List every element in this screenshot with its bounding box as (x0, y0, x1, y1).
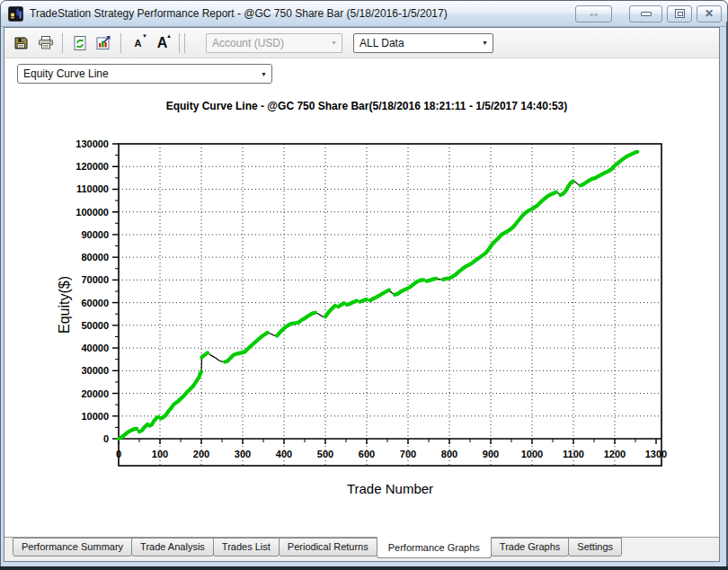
toolbar-separator (184, 33, 185, 53)
svg-text:500: 500 (317, 449, 333, 459)
svg-text:100: 100 (152, 449, 168, 459)
tab-settings[interactable]: Settings (568, 538, 622, 557)
tab-bar: Performance SummaryTrade AnalysisTrades … (4, 538, 719, 558)
data-range-selector-value: ALL Data (354, 37, 477, 49)
edit-report-settings-button[interactable] (92, 31, 116, 55)
triangle-up-icon: ▲ (166, 33, 172, 39)
restore-icon (675, 9, 685, 18)
svg-text:300: 300 (235, 449, 251, 459)
print-icon (38, 35, 54, 50)
x-axis-title: Trade Number (347, 481, 433, 496)
svg-text:30000: 30000 (81, 365, 109, 376)
account-selector[interactable]: Account (USD) ▼ (206, 33, 342, 53)
svg-text:0: 0 (116, 449, 121, 459)
svg-text:800: 800 (441, 449, 457, 459)
triangle-down-icon: ▼ (142, 33, 147, 39)
svg-text:120000: 120000 (75, 161, 109, 172)
svg-text:80000: 80000 (81, 252, 109, 263)
decrease-font-button[interactable]: A ▼ (126, 31, 150, 55)
report-content: Equity Curve Line ▼ 01002003004005006007… (4, 58, 719, 537)
svg-text:100000: 100000 (75, 207, 109, 218)
svg-text:50000: 50000 (81, 320, 109, 331)
increase-font-button[interactable]: A ▲ (150, 31, 174, 55)
graph-type-selector[interactable]: Equity Curve Line ▼ (17, 64, 272, 84)
save-icon (13, 35, 29, 50)
svg-text:400: 400 (276, 449, 292, 459)
toolbar: A ▼ A ▲ Account (USD) ▼ ALL Data ▼ (4, 28, 719, 58)
equity-curve-chart: 0100200300400500600700800900100011001200… (4, 58, 719, 537)
svg-text:1200: 1200 (604, 449, 626, 459)
decrease-font-icon: A (135, 38, 142, 49)
toolbar-separator (62, 33, 63, 53)
save-button[interactable] (9, 31, 33, 55)
title-bar: TradeStation Strategy Performance Report… (1, 1, 727, 27)
expand-icon: ⇔ (588, 7, 599, 21)
chart-title: Equity Curve Line - @GC 750 Share Bar(5/… (166, 100, 568, 112)
svg-text:70000: 70000 (81, 274, 109, 285)
equity-line-wins (119, 152, 637, 439)
tradestation-app-icon (8, 6, 23, 22)
toolbar-separator (120, 33, 121, 53)
svg-text:200: 200 (193, 449, 209, 459)
graph-type-selector-value: Equity Curve Line (18, 67, 256, 80)
svg-text:40000: 40000 (81, 343, 109, 353)
svg-text:90000: 90000 (81, 229, 109, 240)
window-title: TradeStation Strategy Performance Report… (30, 7, 571, 20)
refresh-icon (72, 35, 88, 51)
client-area: A ▼ A ▲ Account (USD) ▼ ALL Data ▼ Equit… (4, 27, 720, 562)
svg-text:1100: 1100 (563, 449, 584, 459)
toolbar-separator (179, 33, 180, 53)
y-axis-title: Equity($) (57, 276, 72, 334)
account-selector-value: Account (USD) (207, 37, 326, 49)
data-range-selector[interactable]: ALL Data ▼ (353, 33, 493, 53)
svg-text:600: 600 (359, 449, 375, 459)
close-icon: ✕ (705, 7, 714, 20)
svg-text:1000: 1000 (521, 449, 543, 459)
svg-text:900: 900 (483, 449, 499, 459)
svg-text:10000: 10000 (81, 411, 109, 422)
svg-text:700: 700 (400, 449, 416, 459)
refresh-report-button[interactable] (67, 31, 92, 55)
svg-text:0: 0 (103, 433, 109, 444)
svg-text:1300: 1300 (645, 449, 667, 459)
close-button[interactable]: ✕ (697, 5, 722, 22)
chevron-down-icon: ▼ (477, 40, 493, 46)
chevron-down-icon: ▼ (326, 40, 342, 46)
minimize-button[interactable] (629, 5, 662, 22)
tab-strip: Performance SummaryTrade AnalysisTrades … (4, 537, 719, 561)
svg-text:20000: 20000 (81, 388, 109, 399)
chevron-down-icon: ▼ (256, 71, 271, 77)
tab-performance-summary[interactable]: Performance Summary (13, 538, 132, 557)
restore-button[interactable] (667, 5, 692, 22)
tab-periodical-returns[interactable]: Periodical Returns (279, 538, 377, 557)
tab-trade-graphs[interactable]: Trade Graphs (491, 538, 569, 557)
tab-trades-list[interactable]: Trades List (213, 538, 280, 557)
minimize-icon (641, 12, 652, 16)
expand-window-button[interactable]: ⇔ (575, 5, 612, 22)
svg-text:110000: 110000 (76, 183, 109, 194)
tab-performance-graphs[interactable]: Performance Graphs (377, 537, 492, 558)
window-frame-edge (0, 566, 728, 570)
svg-text:130000: 130000 (75, 138, 109, 149)
tradestation-report-window: TradeStation Strategy Performance Report… (0, 0, 728, 570)
edit-report-icon (95, 35, 112, 51)
print-button[interactable] (33, 31, 58, 55)
tab-trade-analysis[interactable]: Trade Analysis (131, 538, 214, 557)
svg-text:60000: 60000 (81, 298, 109, 308)
